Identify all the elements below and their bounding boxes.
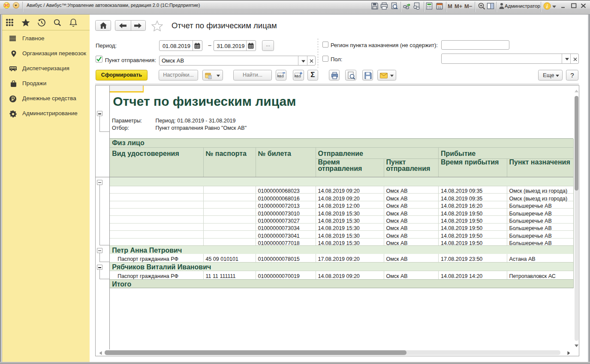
svg-text:АБС: АБС [277,74,284,78]
svg-text:31: 31 [438,6,442,9]
svg-text:АБС: АБС [295,74,301,78]
